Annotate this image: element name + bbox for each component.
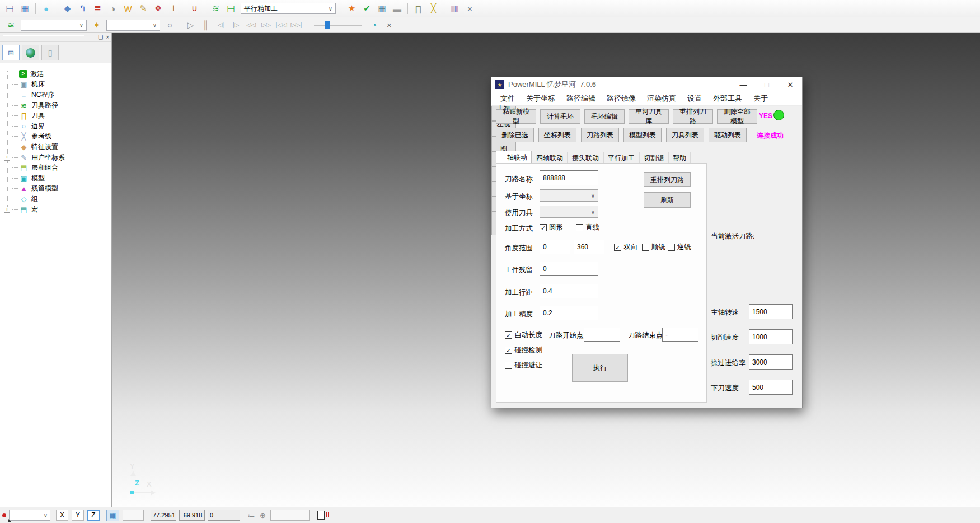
panel-close-icon[interactable]: × [106,34,109,40]
menu-item-渲染仿真[interactable]: 渲染仿真 [641,94,682,104]
go-end-icon[interactable]: ▷▷| [289,18,303,32]
menu-item-路径编辑[interactable]: 路径编辑 [561,94,601,104]
tab-平行加工[interactable]: 平行加工 [603,152,639,164]
tree-item-machine[interactable]: ▣机床 [0,80,111,90]
coord-dropdown[interactable]: ∨ [540,189,598,202]
toolpath-list-icon[interactable]: ▤ [224,2,238,15]
play-icon[interactable]: ▷ [184,18,198,32]
tree-item-activate[interactable]: >激活 [0,69,111,80]
transform-icon[interactable]: ╳ [426,2,440,15]
rearrange-toolpath-button[interactable]: 重排列刀路 [644,172,691,187]
feed-input-下刀速度[interactable]: 500 [749,380,793,395]
bidirectional-checkbox[interactable]: ✓ 双向 [614,242,637,252]
shaded-ball-icon[interactable]: ● [39,2,53,15]
angle-to-input[interactable]: 360 [574,240,604,254]
dialog-button-删除全部模型[interactable]: 删除全部模型 [717,109,757,124]
dialog-button-刀具列表[interactable]: 刀具列表 [666,128,704,142]
coord-x-value[interactable]: 77.2951 [151,510,176,521]
tool-dropdown[interactable]: ∨ [106,20,160,31]
toolpath-spring-icon[interactable]: ≋ [4,18,18,32]
tool-star-icon[interactable]: ★ [345,2,359,15]
barrels-icon[interactable]: ▥ [448,2,462,15]
tree-item-nc-program[interactable]: ≡NC程序 [0,90,111,100]
pause-icon[interactable]: ║ [199,18,213,32]
angle-from-input[interactable]: 0 [540,240,570,254]
leads-links-icon[interactable]: W [121,2,135,15]
slider-handle[interactable] [325,21,330,29]
explorer-tab-tree[interactable]: ⊞ [2,45,20,60]
dialog-titlebar[interactable]: ★ PowerMILL 忆梦星河 7.0.6 — □ ✕ [491,77,802,92]
tab-帮助[interactable]: 帮助 [668,152,691,164]
toolpath-edit-icon[interactable]: ✎ [136,2,150,15]
tab-摆头联动[interactable]: 摆头联动 [568,152,603,164]
probe-icon[interactable]: ⊕ [260,511,266,520]
minimize-button[interactable]: — [732,77,755,92]
tab-切割锯[interactable]: 切割锯 [639,152,668,164]
menu-item-文件[interactable]: 文件 [495,94,521,104]
panel-grip[interactable] [3,35,84,39]
dialog-button-星河刀具库[interactable]: 星河刀具库 [629,109,669,124]
tree-item-pattern[interactable]: ╳参考线 [0,132,111,142]
tool-icon[interactable]: ✦ [90,18,104,32]
speed-slider[interactable] [314,20,362,30]
dialog-button-删除已选[interactable]: 删除已选 [496,128,534,142]
close-toolbar-icon[interactable]: × [463,2,477,15]
tree-item-macro[interactable]: +▤宏 [0,204,111,215]
tree-item-workplane[interactable]: +✎用户坐标系 [0,152,111,163]
feed-input-切削速度[interactable]: 1000 [749,329,793,344]
tree-item-toolpath[interactable]: ≋刀具路径 [0,100,111,111]
close-button[interactable]: ✕ [779,77,802,92]
axis-x-button[interactable]: X [56,510,68,521]
holder-icon[interactable]: ∪ [187,2,201,15]
start-point-input[interactable] [584,328,620,342]
step-forward-icon[interactable]: |▷ [229,18,243,32]
axis-y-button[interactable]: Y [72,510,84,521]
tool-dropdown[interactable]: ∨ [540,206,598,218]
open-icon[interactable]: ▤ [3,2,17,15]
fast-forward-icon[interactable]: ▷▷ [259,18,273,32]
strategy-dropdown[interactable]: 平行精加工∨ [241,3,336,14]
tree-expander[interactable]: + [4,207,10,213]
tree-item-feature-set[interactable]: ◆特征设置 [0,142,111,152]
feed-input-掠过进给率[interactable]: 3000 [749,354,793,370]
toolpath-dropdown[interactable]: ∨ [21,20,87,31]
rewind-icon[interactable]: ◁◁ [244,18,258,32]
dialog-button-驱动列表[interactable]: 驱动列表 [709,128,747,142]
dialog-button-坐标列表[interactable]: 坐标列表 [538,128,576,142]
dialog-button-粘贴新模型[interactable]: 粘贴新模型 [496,109,536,124]
toolpath-name-input[interactable]: 888888 [540,170,598,185]
end-point-input[interactable]: - [662,328,698,342]
menu-item-关于[interactable]: 关于 [748,94,773,104]
block-icon[interactable]: ◆ [60,2,74,15]
stepover-input[interactable]: 0.4 [540,284,598,298]
tool-check-icon[interactable]: ✔ [360,2,374,15]
tab-四轴联动[interactable]: 四轴联动 [532,152,568,164]
climb-checkbox[interactable]: 顺铣 [642,242,665,252]
rapid-move-icon[interactable]: ↰ [76,2,90,15]
ball-tool-icon[interactable]: ◑ [106,2,120,15]
tree-item-group[interactable]: ◇组 [0,194,111,204]
auto-length-checkbox[interactable]: ✓ 自动长度 [505,330,542,340]
tree-item-boundary[interactable]: ○边界 [0,121,111,132]
tool-block-icon[interactable]: ⊥ [166,2,180,15]
stock-input[interactable]: 0 [540,262,598,276]
axis-z-button[interactable]: Z [87,510,100,521]
clipboard-icon[interactable] [317,511,325,520]
maximize-button[interactable]: □ [755,77,779,92]
tab-三轴联动[interactable]: 三轴联动 [496,151,532,164]
save-icon[interactable]: ▦ [18,2,32,15]
statusbar-dropdown[interactable]: ∨ [9,510,50,521]
execute-button[interactable]: 执行 [572,354,628,382]
clock-icon[interactable]: ◔ [367,18,381,32]
go-start-icon[interactable]: |◁◁ [274,18,288,32]
feed-rate-icon[interactable]: ≣ [91,2,105,15]
coord-y-value[interactable]: -69.918 [179,510,205,521]
dialog-button-重排列刀路[interactable]: 重排列刀路 [673,109,713,124]
close-toolbar-icon[interactable]: × [382,18,396,32]
menu-item-设置[interactable]: 设置 [682,94,707,104]
menu-item-关于坐标[interactable]: 关于坐标 [521,94,561,104]
tree-expander[interactable]: + [4,155,10,161]
menu-item-外部工具[interactable]: 外部工具 [707,94,748,104]
points-icon[interactable]: ❖ [151,2,165,15]
explorer-tab-recycle[interactable]: ▯ [41,45,59,60]
